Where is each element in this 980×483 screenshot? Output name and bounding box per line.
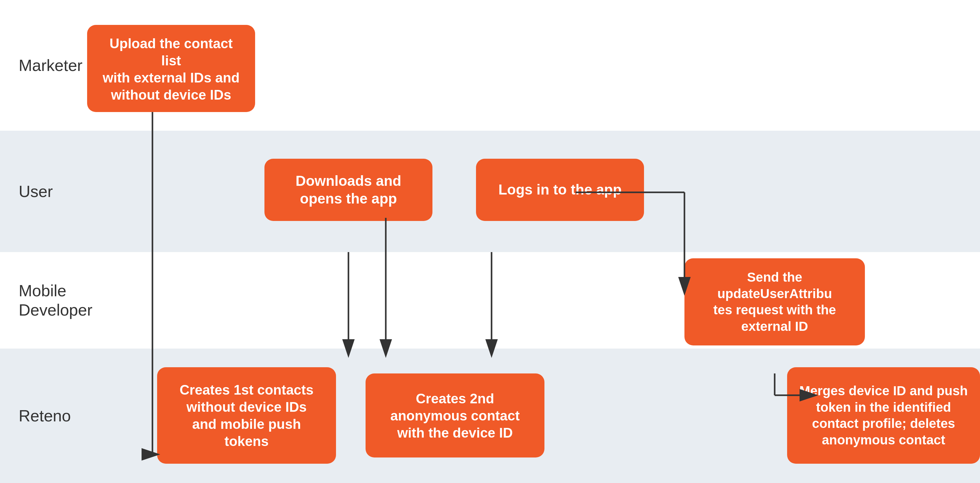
lane-marketer: Marketer Upload the contact listwith ext… — [0, 0, 980, 131]
lane-label-mobile-developer: MobileDeveloper — [0, 281, 68, 320]
lane-mobile-developer: MobileDeveloper Send theupdateUserAttrib… — [0, 252, 980, 349]
lane-content-mobile-developer: Send theupdateUserAttributes request wit… — [68, 252, 980, 349]
box-downloads: Downloads andopens the app — [264, 159, 433, 221]
box-logs-in: Logs in to the app — [476, 159, 644, 221]
box-creates-1st: Creates 1st contactswithout device IDsan… — [157, 367, 336, 464]
lane-user: User Downloads andopens the app Logs in … — [0, 131, 980, 252]
box-merges: Merges device ID and pushtoken in the id… — [787, 367, 980, 464]
lane-reteno: Reteno Creates 1st contactswithout devic… — [0, 349, 980, 483]
lane-content-reteno: Creates 1st contactswithout device IDsan… — [68, 349, 980, 483]
lane-content-user: Downloads andopens the app Logs in to th… — [68, 131, 980, 252]
box-upload: Upload the contact listwith external IDs… — [87, 25, 255, 112]
diagram-container: Marketer Upload the contact listwith ext… — [0, 0, 980, 483]
lane-label-reteno: Reteno — [0, 406, 68, 426]
lane-content-marketer: Upload the contact listwith external IDs… — [68, 0, 980, 131]
lane-label-user: User — [0, 182, 68, 201]
lane-label-marketer: Marketer — [0, 56, 68, 75]
box-update-user: Send theupdateUserAttributes request wit… — [684, 258, 865, 346]
box-creates-2nd: Creates 2ndanonymous contactwith the dev… — [366, 373, 544, 457]
